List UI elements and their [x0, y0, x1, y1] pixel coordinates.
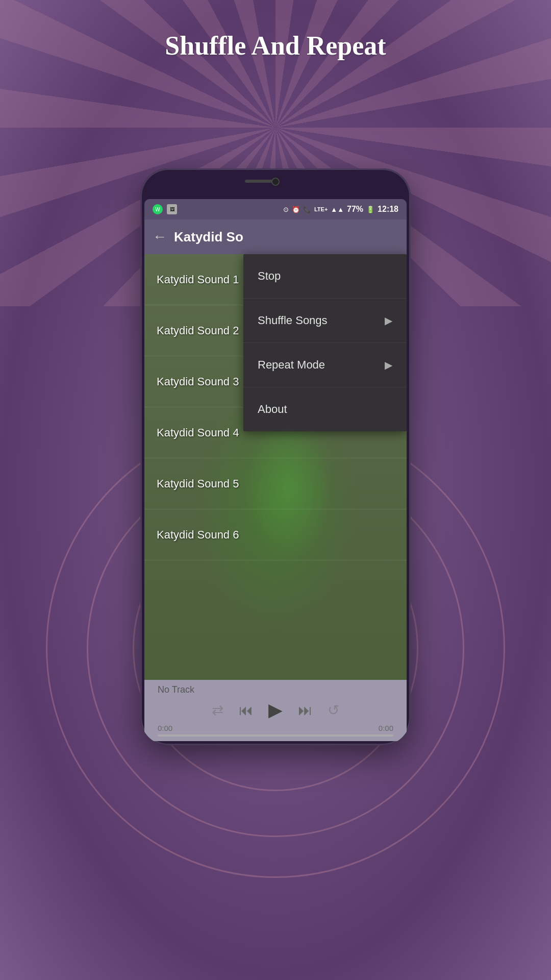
phone-button-vol-up — [140, 327, 141, 368]
menu-item-shuffle-label: Shuffle Songs — [258, 314, 328, 327]
camera-dot — [271, 178, 280, 186]
list-item[interactable]: Katydid Sound 5 — [144, 458, 407, 509]
location-icon: ⊙ — [283, 206, 289, 213]
repeat-button[interactable]: ↺ — [328, 702, 339, 719]
gallery-icon: 🖼 — [167, 204, 177, 214]
app-bar-title: Katydid So — [174, 229, 243, 245]
player-bar: No Track ⇄ ⏮ ▶ ⏭ ↺ 0:00 0:00 — [144, 680, 407, 741]
menu-item-about-label: About — [258, 403, 287, 416]
time-display: 12:18 — [378, 205, 398, 214]
signal-icon: ▲▲ — [331, 206, 344, 213]
phone-button-power — [410, 332, 411, 373]
song-label: Katydid Sound 1 — [157, 273, 239, 286]
menu-item-stop[interactable]: Stop — [243, 254, 407, 299]
app-bar: ← Katydid So — [144, 219, 407, 254]
song-label: Katydid Sound 4 — [157, 426, 239, 439]
back-button[interactable]: ← — [153, 229, 167, 245]
shuffle-button[interactable]: ⇄ — [212, 702, 223, 719]
list-item[interactable]: Katydid Sound 6 — [144, 509, 407, 560]
battery-icon: 🔋 — [366, 206, 374, 213]
status-bar: W 🖼 ⊙ ⏰ 📞 LTE+ ▲▲ 77% 🔋 12:18 — [144, 199, 407, 219]
speaker-bar — [245, 180, 276, 183]
menu-item-repeat[interactable]: Repeat Mode ▶ — [243, 343, 407, 387]
whatsapp-icon: W — [153, 204, 163, 214]
song-label: Katydid Sound 2 — [157, 324, 239, 337]
context-menu: Stop Shuffle Songs ▶ Repeat Mode ▶ About — [243, 254, 407, 431]
song-label: Katydid Sound 6 — [157, 528, 239, 542]
menu-item-stop-label: Stop — [258, 270, 281, 283]
current-track-name: No Track — [153, 684, 194, 695]
song-label: Katydid Sound 3 — [157, 375, 239, 388]
alarm-icon: ⏰ — [292, 206, 300, 213]
time-row: 0:00 0:00 — [153, 724, 398, 732]
progress-bar[interactable] — [158, 734, 393, 737]
phone-button-vol-down — [140, 378, 141, 419]
song-label: Katydid Sound 5 — [157, 477, 239, 491]
battery-text: 77% — [347, 205, 363, 214]
menu-item-repeat-label: Repeat Mode — [258, 358, 325, 372]
chevron-right-icon: ▶ — [385, 359, 392, 371]
play-button[interactable]: ▶ — [268, 699, 283, 721]
next-button[interactable]: ⏭ — [298, 702, 312, 719]
time-end: 0:00 — [379, 724, 393, 732]
call-icon: 📞 — [303, 206, 311, 213]
status-left-icons: W 🖼 — [153, 204, 177, 214]
phone-button-vol-silent — [140, 286, 141, 316]
phone-screen: W 🖼 ⊙ ⏰ 📞 LTE+ ▲▲ 77% 🔋 12:18 ← Katydid … — [144, 199, 407, 741]
chevron-right-icon: ▶ — [385, 314, 392, 327]
prev-button[interactable]: ⏮ — [239, 702, 253, 719]
status-right-info: ⊙ ⏰ 📞 LTE+ ▲▲ 77% 🔋 12:18 — [283, 205, 398, 214]
player-controls: ⇄ ⏮ ▶ ⏭ ↺ — [212, 699, 339, 721]
phone-frame: W 🖼 ⊙ ⏰ 📞 LTE+ ▲▲ 77% 🔋 12:18 ← Katydid … — [140, 168, 411, 745]
page-title: Shuffle And Repeat — [0, 31, 551, 61]
phone-camera — [271, 178, 280, 186]
lte-badge: LTE+ — [314, 206, 328, 212]
menu-item-shuffle[interactable]: Shuffle Songs ▶ — [243, 299, 407, 343]
time-start: 0:00 — [158, 724, 172, 732]
menu-item-about[interactable]: About — [243, 387, 407, 431]
